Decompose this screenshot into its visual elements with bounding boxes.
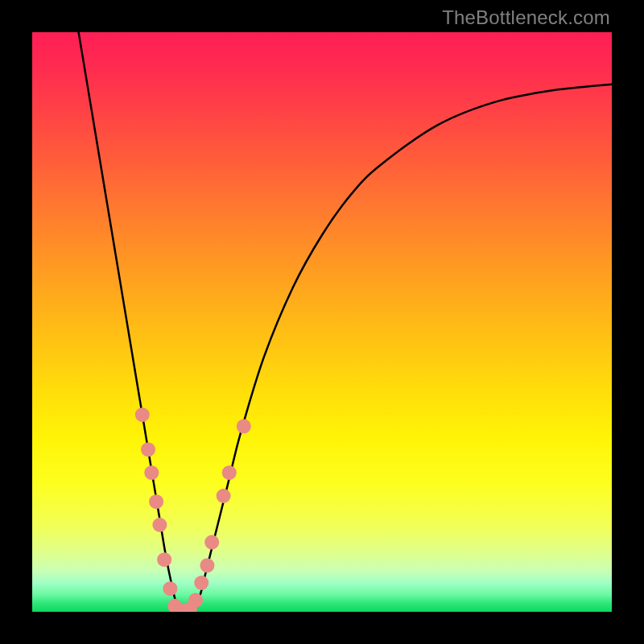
data-dot (200, 558, 214, 572)
data-dot (217, 489, 231, 503)
data-dot (157, 552, 171, 567)
data-dot (194, 576, 208, 590)
plot-area (32, 32, 612, 612)
data-dots (32, 32, 612, 612)
data-dot (135, 407, 150, 422)
data-dot (149, 494, 163, 509)
watermark-text: TheBottleneck.com (442, 6, 610, 29)
chart-frame: TheBottleneck.com (0, 0, 644, 644)
data-dot (141, 442, 155, 456)
data-dot (204, 535, 219, 550)
data-dot (222, 465, 237, 480)
data-dot (144, 465, 159, 480)
data-dot (237, 419, 251, 434)
data-dot (163, 581, 177, 596)
data-dot (152, 518, 167, 532)
data-dot (188, 593, 203, 608)
